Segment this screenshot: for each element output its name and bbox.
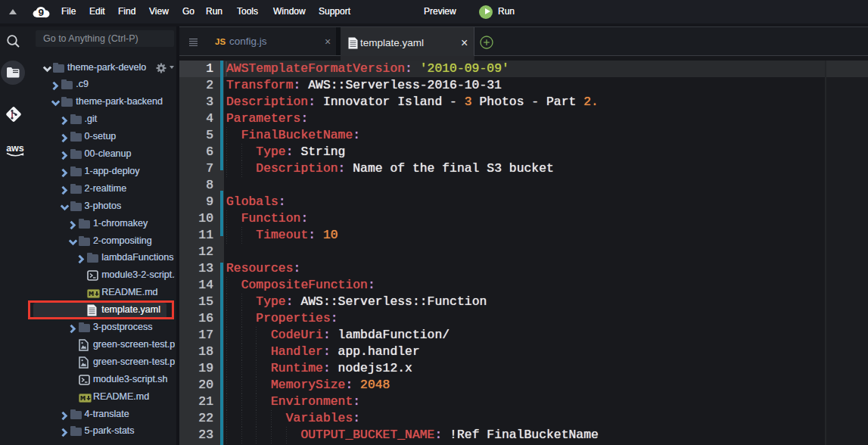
svg-text:9: 9	[38, 7, 44, 18]
